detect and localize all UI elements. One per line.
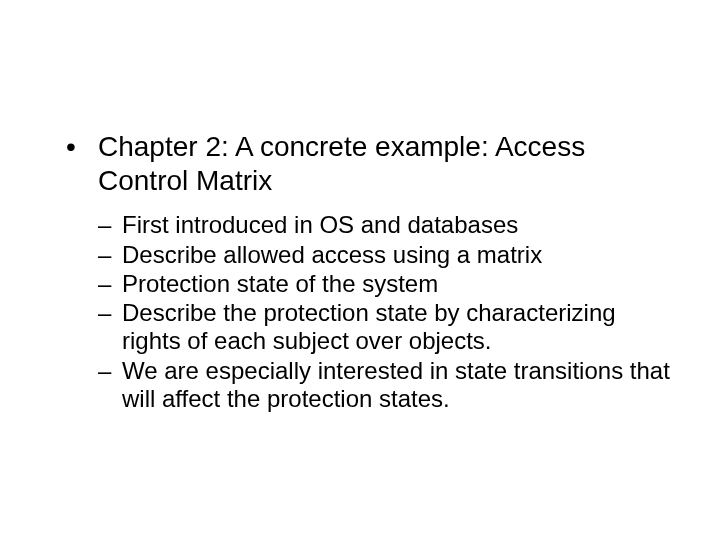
dash-marker: –: [98, 270, 122, 298]
sub-bullet-text: We are especially interested in state tr…: [122, 357, 670, 414]
list-item: – We are especially interested in state …: [98, 357, 670, 414]
bullet-marker: •: [60, 130, 98, 164]
bullet-level1: • Chapter 2: A concrete example: Access …: [60, 130, 670, 197]
slide-body: • Chapter 2: A concrete example: Access …: [0, 0, 720, 540]
dash-marker: –: [98, 299, 122, 327]
sub-bullet-text: First introduced in OS and databases: [122, 211, 670, 239]
dash-marker: –: [98, 241, 122, 269]
list-item: – Describe allowed access using a matrix: [98, 241, 670, 269]
sub-bullet-text: Describe the protection state by charact…: [122, 299, 670, 356]
sub-bullet-text: Describe allowed access using a matrix: [122, 241, 670, 269]
list-item: – Describe the protection state by chara…: [98, 299, 670, 356]
sub-bullet-list: – First introduced in OS and databases –…: [98, 211, 670, 413]
list-item: – First introduced in OS and databases: [98, 211, 670, 239]
list-item: – Protection state of the system: [98, 270, 670, 298]
bullet-level1-text: Chapter 2: A concrete example: Access Co…: [98, 130, 670, 197]
sub-bullet-text: Protection state of the system: [122, 270, 670, 298]
dash-marker: –: [98, 211, 122, 239]
dash-marker: –: [98, 357, 122, 385]
